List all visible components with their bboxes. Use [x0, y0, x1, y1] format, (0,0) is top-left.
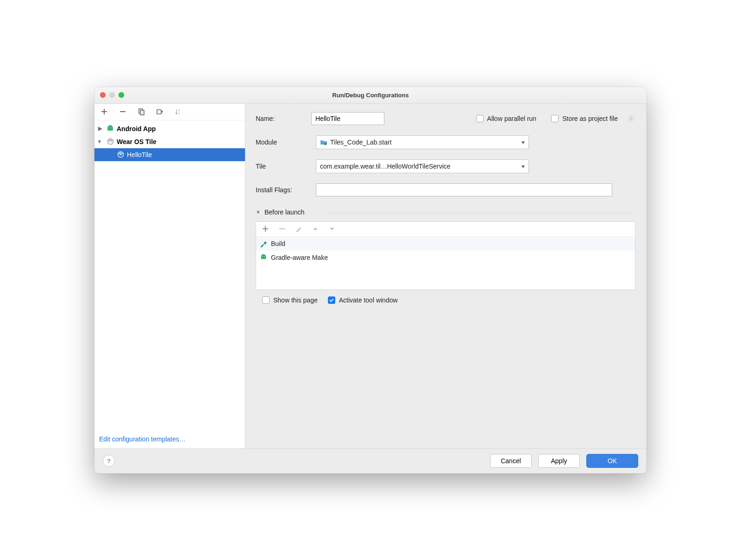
before-launch-list: Build Gradle-aware Make: [256, 237, 635, 289]
hammer-icon: [260, 240, 267, 247]
install-flags-input[interactable]: [316, 183, 612, 196]
tile-value: com.example.wear.til…HelloWorldTileServi…: [320, 163, 451, 170]
before-launch-up-button[interactable]: [312, 225, 319, 233]
svg-point-5: [111, 127, 111, 128]
name-input[interactable]: [311, 112, 384, 125]
tree-node-wear-tile[interactable]: ▾ Wear OS Tile: [94, 135, 245, 148]
show-this-page-checkbox[interactable]: Show this page: [262, 296, 318, 304]
dialog-window: Run/Debug Configurations az: [94, 87, 647, 473]
name-label: Name:: [256, 115, 305, 122]
wear-tile-icon: [107, 138, 114, 145]
sidebar: az ▶ Android App ▾ Wear OS Tile: [94, 104, 245, 448]
tree-node-android-app[interactable]: ▶ Android App: [94, 122, 245, 135]
tree-label: Wear OS Tile: [117, 138, 157, 145]
save-config-button[interactable]: [155, 107, 165, 117]
android-icon: [107, 125, 114, 132]
apply-button[interactable]: Apply: [538, 454, 580, 468]
tree-label: HelloTile: [127, 151, 152, 158]
chevron-down-icon: ▾: [98, 138, 104, 145]
allow-parallel-checkbox[interactable]: Allow parallel run: [476, 115, 537, 122]
svg-rect-11: [324, 143, 327, 145]
svg-point-12: [262, 256, 263, 257]
svg-point-7: [110, 141, 111, 142]
svg-text:a: a: [178, 108, 180, 112]
tree-node-hellotile[interactable]: HelloTile: [94, 148, 245, 161]
tile-dropdown[interactable]: com.example.wear.til…HelloWorldTileServi…: [316, 159, 529, 173]
add-config-button[interactable]: [99, 107, 109, 117]
sort-config-button[interactable]: az: [173, 107, 183, 117]
before-launch-down-button[interactable]: [328, 225, 336, 233]
svg-text:z: z: [178, 112, 180, 115]
chevron-down-icon: ▾: [521, 163, 525, 170]
help-button[interactable]: ?: [103, 455, 115, 467]
dialog-footer: ? Cancel Apply OK: [94, 448, 647, 473]
module-value: Tiles_Code_Lab.start: [330, 138, 392, 146]
activate-tool-window-checkbox[interactable]: Activate tool window: [328, 296, 398, 304]
wear-tile-icon: [117, 151, 124, 158]
collapse-triangle-icon[interactable]: ▼: [256, 209, 261, 215]
chevron-right-icon: ▶: [98, 126, 104, 132]
before-launch-section: ▼ Before launch: [256, 208, 635, 304]
store-project-file-checkbox[interactable]: Store as project file: [551, 115, 618, 122]
config-tree: ▶ Android App ▾ Wear OS Tile: [94, 120, 245, 431]
tile-label: Tile: [256, 163, 309, 170]
install-flags-label: Install Flags:: [256, 186, 309, 194]
copy-config-button[interactable]: [136, 107, 146, 117]
before-launch-title: Before launch: [264, 208, 304, 216]
sidebar-toolbar: az: [94, 104, 245, 120]
svg-point-10: [630, 117, 633, 120]
before-launch-edit-button[interactable]: [295, 225, 302, 233]
window-title: Run/Debug Configurations: [94, 92, 647, 99]
ok-button[interactable]: OK: [586, 454, 638, 468]
config-form: Name: Allow parallel run Store as projec…: [245, 104, 647, 448]
list-item-label: Gradle-aware Make: [271, 254, 328, 261]
svg-rect-1: [140, 110, 144, 115]
chevron-down-icon: ▾: [521, 138, 525, 146]
list-item-label: Build: [271, 240, 285, 247]
edit-templates-link[interactable]: Edit configuration templates…: [99, 435, 186, 443]
before-launch-item-gradle[interactable]: Gradle-aware Make: [256, 251, 635, 264]
module-dropdown[interactable]: Tiles_Code_Lab.start ▾: [316, 135, 529, 149]
svg-point-9: [120, 154, 121, 155]
titlebar: Run/Debug Configurations: [94, 87, 647, 104]
gear-icon[interactable]: [627, 114, 635, 123]
android-icon: [260, 254, 267, 261]
module-label: Module: [256, 138, 309, 146]
svg-point-13: [264, 256, 264, 257]
before-launch-add-button[interactable]: [262, 225, 269, 233]
module-folder-icon: [320, 138, 327, 146]
before-launch-item-build[interactable]: Build: [256, 237, 635, 251]
before-launch-remove-button[interactable]: [278, 225, 286, 233]
cancel-button[interactable]: Cancel: [490, 454, 532, 468]
tree-label: Android App: [117, 125, 156, 132]
remove-config-button[interactable]: [118, 107, 128, 117]
svg-point-4: [109, 127, 109, 128]
